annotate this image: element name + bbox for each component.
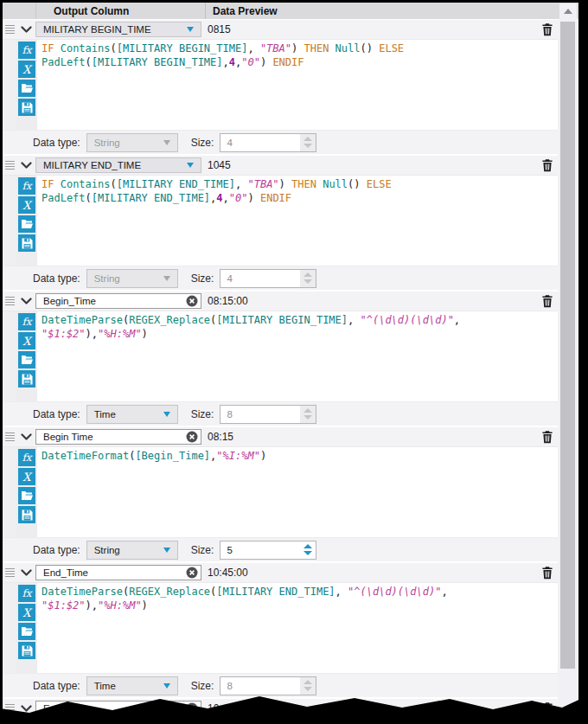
data-type-label: Data type: [33,137,80,149]
functions-icon[interactable]: fx [18,177,35,195]
stepper-arrows[interactable] [300,270,316,287]
variables-icon[interactable]: X [18,196,35,214]
data-preview-value: 08:15 [201,431,539,443]
expression-code[interactable]: IF Contains([MILITARY BEGIN_TIME], "TBA"… [37,40,558,130]
drag-handle-icon[interactable] [3,161,16,170]
delete-expression-button[interactable] [539,566,556,580]
code-line: DateTimeFormat([Begin_Time],"%I:%M") [42,450,558,464]
code-line: DateTimeParse(REGEX_Replace([MILITARY EN… [42,586,558,599]
functions-icon[interactable]: fx [18,313,35,330]
expression-code[interactable]: DateTimeFormat([Begin_Time],"%I:%M") [37,447,558,537]
code-line: "$1:$2"),"%H:%M") [42,599,558,613]
open-expression-icon[interactable] [18,80,35,97]
stepper-arrows[interactable] [300,134,316,151]
collapse-chevron-icon[interactable] [16,162,35,170]
expression-editor-area: fx X IF Contains([MILITARY END_TIME], "T… [3,176,558,266]
trash-icon [541,566,553,580]
size-label: Size: [191,272,214,285]
drag-handle-icon[interactable] [3,297,16,306]
delete-expression-button[interactable] [539,158,556,172]
variables-icon[interactable]: X [18,604,35,621]
trash-icon [541,22,553,36]
scroll-up-arrow-icon [564,9,572,14]
dropdown-arrow-icon [163,683,170,689]
open-expression-icon[interactable] [18,351,35,368]
data-type-select[interactable]: String [86,541,178,560]
editor-toolbar: fx X [16,176,37,266]
left-rail [3,176,16,266]
stepper-up-icon [304,137,312,141]
delete-expression-button[interactable] [539,22,556,36]
dropdown-arrow-icon [163,276,170,281]
expression-code[interactable]: DateTimeParse(REGEX_Replace([MILITARY BE… [37,311,558,401]
editor-toolbar: fx X [16,311,37,401]
save-expression-icon[interactable] [18,234,35,252]
stepper-down-icon [304,415,312,420]
stepper-down-icon [304,551,312,555]
vertical-scrollbar[interactable] [559,3,577,723]
functions-icon[interactable]: fx [18,449,35,466]
collapse-chevron-icon[interactable] [16,298,35,305]
variables-icon[interactable]: X [18,61,35,78]
functions-icon[interactable]: fx [18,42,35,59]
expression-code[interactable]: DateTimeParse(REGEX_Replace([MILITARY EN… [37,583,558,673]
data-type-label: Data type: [33,272,80,285]
code-line: PadLeft([MILITARY END_TIME],4,"0") ENDIF [42,192,558,206]
delete-expression-button[interactable] [539,430,556,444]
delete-expression-button[interactable] [539,294,556,308]
list-header: Output Column Data Preview [3,3,578,20]
data-type-select[interactable]: Time [86,405,178,424]
editor-toolbar: fx X [16,40,37,130]
output-column-header: Output Column [36,3,206,19]
collapse-chevron-icon[interactable] [16,569,35,577]
drag-handle-icon[interactable] [3,25,16,35]
formula-blocks: MILITARY BEGIN_TIME 0815 fx X [3,20,558,724]
save-expression-icon[interactable] [18,370,35,388]
scroll-up-button[interactable] [559,3,577,18]
dropdown-arrow-icon [163,548,170,553]
open-expression-icon[interactable] [18,215,35,233]
data-type-label: Data type: [33,544,80,556]
torn-edge-decoration [0,689,588,724]
stepper-arrows[interactable] [300,541,316,559]
scrollbar-thumb[interactable] [560,22,575,669]
save-expression-icon[interactable] [18,506,35,523]
output-column-select[interactable]: MILITARY END_TIME [35,157,201,173]
output-column-name: End_Time [36,567,186,578]
output-column-input[interactable]: Begin_Time [35,293,201,309]
drag-handle-icon[interactable] [3,432,16,442]
variables-icon[interactable]: X [18,468,35,485]
clear-name-button[interactable] [186,295,198,307]
expression-editor-area: fx X DateTimeParse(REGEX_Replace([MILITA… [3,311,558,402]
output-column-name: MILITARY END_TIME [36,160,187,170]
code-line: IF Contains([MILITARY END_TIME], "TBA") … [42,178,558,192]
size-stepper: 4 [220,269,316,288]
expression-editor-area: fx X DateTimeParse(REGEX_Replace([MILITA… [3,583,558,674]
data-type-row: Data type: String Size: 5 [3,538,558,563]
open-expression-icon[interactable] [18,623,35,640]
data-type-label: Data type: [33,408,80,420]
size-stepper[interactable]: 5 [220,541,316,560]
output-column-select[interactable]: MILITARY BEGIN_TIME [35,22,201,37]
save-expression-icon[interactable] [18,642,35,659]
data-type-row: Data type: String Size: 4 [3,266,558,292]
formula-block-header-row: MILITARY END_TIME 1045 [3,156,558,176]
expression-editor-area: fx X DateTimeFormat([Begin_Time],"%I:%M"… [3,447,558,538]
stepper-up-icon [304,408,312,413]
functions-icon[interactable]: fx [18,585,35,602]
output-column-input[interactable]: Begin Time [35,429,201,445]
stepper-arrows[interactable] [300,406,316,423]
clear-name-button[interactable] [186,431,198,443]
drag-handle-icon[interactable] [3,568,16,578]
size-value: 4 [220,273,300,284]
save-expression-icon[interactable] [18,99,35,116]
clear-name-button[interactable] [186,567,198,579]
left-rail [3,447,16,537]
open-expression-icon[interactable] [18,487,35,504]
variables-icon[interactable]: X [18,332,35,349]
dropdown-arrow-icon [163,140,170,145]
collapse-chevron-icon[interactable] [16,433,35,441]
output-column-input[interactable]: End_Time [35,565,201,580]
expression-code[interactable]: IF Contains([MILITARY END_TIME], "TBA") … [37,176,558,266]
collapse-chevron-icon[interactable] [16,26,35,34]
